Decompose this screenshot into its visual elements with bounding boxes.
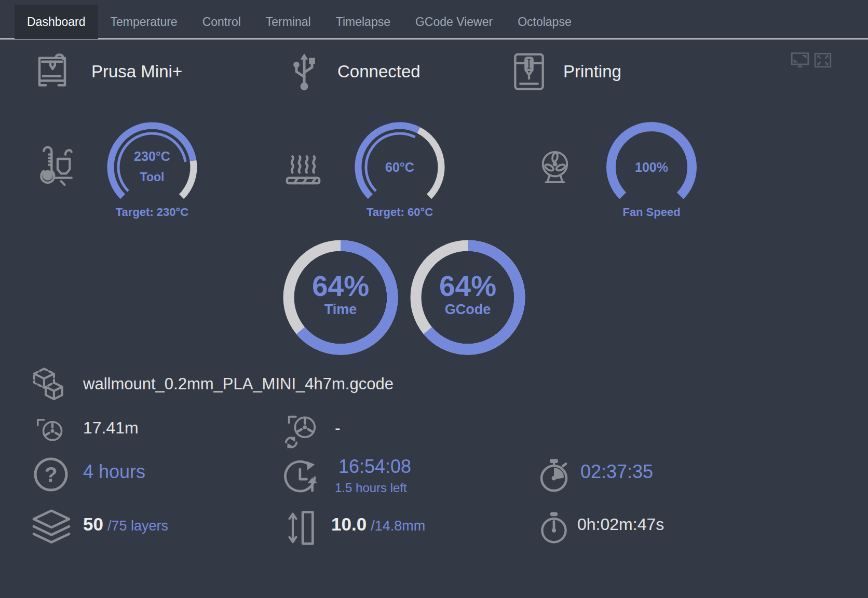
stopwatch-icon — [535, 456, 573, 494]
expand-icon[interactable] — [814, 52, 832, 68]
tab-timelapse[interactable]: Timelapse — [323, 5, 403, 39]
filament-spool-icon — [33, 414, 67, 446]
layers-icon — [29, 508, 74, 547]
elapsed-value: 02:37:35 — [580, 461, 653, 483]
printer-state-group: Printing — [511, 51, 621, 92]
eta-value: 16:54:08 — [338, 456, 411, 478]
eta-remaining-label: 1.5 hours left — [335, 481, 407, 495]
layer-time-icon — [536, 509, 572, 546]
gcode-progress-donut — [408, 237, 528, 358]
height-stat: 10.0 /14.8mm — [331, 514, 425, 535]
dashboard-page: Dashboard Temperature Control Terminal T… — [0, 0, 868, 598]
printer-name: Prusa Mini+ — [91, 62, 182, 81]
tab-dashboard[interactable]: Dashboard — [15, 5, 98, 39]
eta-stat: 16:54:08 — [338, 456, 411, 478]
filament-used-value: 17.41m — [83, 418, 139, 438]
fan-speed-icon — [537, 145, 573, 189]
elapsed-stat: 02:37:35 — [580, 461, 653, 483]
fan-speed-gauge — [600, 115, 703, 219]
layer-current: 50 — [83, 514, 103, 535]
filament-used-stat: 17.41m — [83, 418, 139, 438]
height-current: 10.0 — [331, 514, 367, 535]
tab-octolapse[interactable]: Octolapse — [505, 5, 584, 39]
height-total: /14.8mm — [371, 518, 425, 534]
filament-change-group — [283, 412, 319, 448]
height-group — [284, 508, 318, 548]
bed-temperature-gauge — [348, 115, 452, 219]
filament-change-icon — [283, 412, 319, 448]
tab-temperature[interactable]: Temperature — [98, 5, 190, 39]
layer-total: /75 layers — [107, 518, 168, 534]
connection-group: Connected — [291, 51, 421, 92]
connection-status: Connected — [337, 62, 421, 81]
hotend-temperature-icon — [34, 143, 76, 190]
filament-change-stat: - — [335, 418, 341, 438]
tab-gcode-viewer[interactable]: GCode Viewer — [403, 5, 505, 39]
tool-temperature-gauge — [100, 115, 204, 219]
layer-time-value: 0h:02m:47s — [577, 515, 664, 534]
gcode-file-icon — [30, 365, 70, 405]
question-icon: ? — [32, 456, 70, 493]
layers-stat: 50 /75 layers — [83, 514, 168, 535]
heated-bed-icon — [281, 147, 325, 187]
filament-used-group — [33, 414, 67, 446]
estimated-time-group: ? — [32, 456, 70, 493]
printer-name-group: Prusa Mini+ — [32, 50, 182, 93]
estimated-time-stat: 4 hours — [83, 461, 145, 483]
filament-change-value: - — [335, 418, 341, 438]
eta-group — [282, 458, 321, 497]
layers-group — [29, 508, 74, 547]
elapsed-group — [535, 456, 573, 494]
printer-icon — [32, 50, 76, 93]
tool-target-label: Target: 230°C — [95, 206, 209, 219]
tab-terminal[interactable]: Terminal — [253, 5, 323, 39]
usb-icon — [291, 51, 318, 92]
fullscreen-monitor-icon[interactable] — [791, 52, 809, 69]
printer-state: Printing — [563, 62, 621, 81]
question-glyph: ? — [45, 463, 58, 486]
layer-time-stat: 0h:02m:47s — [577, 515, 664, 534]
eta-clock-icon — [282, 458, 321, 497]
bed-target-label: Target: 60°C — [343, 206, 457, 219]
tab-bar: Dashboard Temperature Control Terminal T… — [0, 0, 868, 39]
job-filename: wallmount_0.2mm_PLA_MINI_4h7m.gcode — [83, 375, 394, 393]
estimated-time-value: 4 hours — [83, 461, 145, 483]
fan-speed-label: Fan Speed — [594, 206, 709, 219]
layer-time-group — [536, 509, 572, 546]
tab-control[interactable]: Control — [190, 5, 253, 39]
time-progress-donut — [280, 237, 401, 358]
printing-icon — [511, 51, 547, 92]
height-icon — [284, 508, 318, 548]
